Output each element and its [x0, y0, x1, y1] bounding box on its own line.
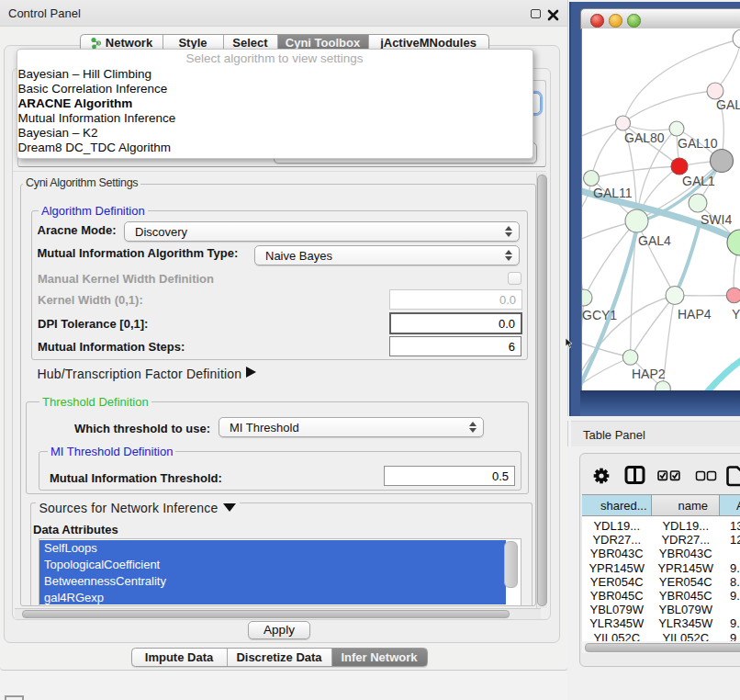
svg-text:HAP2: HAP2 [632, 367, 666, 381]
svg-text:GAL80: GAL80 [624, 130, 665, 145]
svg-text:GAL10: GAL10 [678, 136, 718, 151]
svg-text:Y: Y [732, 307, 740, 322]
svg-text:GAL7: GAL7 [716, 97, 740, 112]
svg-text:GAL1: GAL1 [682, 174, 715, 188]
svg-text:SWI4: SWI4 [701, 212, 732, 227]
svg-text:GAL4: GAL4 [638, 233, 671, 248]
svg-text:HAP4: HAP4 [678, 307, 712, 322]
svg-text:GCY1: GCY1 [582, 308, 617, 322]
svg-text:GAL11: GAL11 [593, 186, 633, 200]
